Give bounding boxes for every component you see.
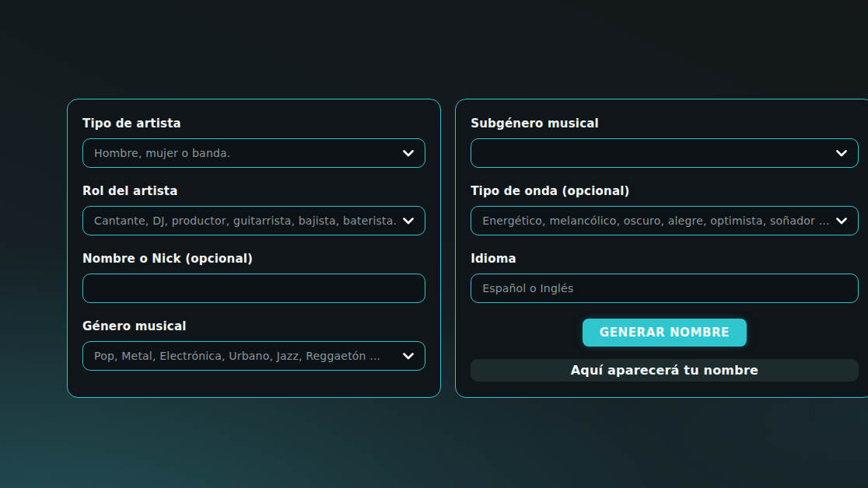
chevron-down-icon	[403, 150, 414, 157]
chevron-down-icon	[403, 218, 414, 225]
result-box: Aquí aparecerá tu nombre	[471, 359, 859, 382]
subgenre-select[interactable]	[471, 138, 859, 168]
music-genre-select-placeholder: Pop, Metal, Electrónica, Urbano, Jazz, R…	[94, 350, 397, 362]
artist-role-select[interactable]: Cantante, DJ, productor, guitarrista, ba…	[82, 206, 425, 235]
generate-button-row: GENERAR NOMBRE	[471, 319, 859, 347]
artist-type-select-placeholder: Hombre, mujer o banda.	[94, 147, 397, 159]
artist-type-field: Tipo de artista Hombre, mujer o banda.	[82, 117, 425, 168]
language-field: Idioma	[471, 252, 859, 303]
name-nick-input[interactable]	[82, 274, 425, 303]
music-genre-select[interactable]: Pop, Metal, Electrónica, Urbano, Jazz, R…	[82, 341, 425, 371]
artist-type-select[interactable]: Hombre, mujer o banda.	[82, 138, 425, 168]
language-label: Idioma	[471, 252, 859, 266]
vibe-select[interactable]: Energético, melancólico, oscuro, alegre,…	[471, 206, 859, 235]
chevron-down-icon	[836, 218, 847, 225]
music-genre-field: Género musical Pop, Metal, Electrónica, …	[82, 319, 425, 371]
vibe-select-placeholder: Energético, melancólico, oscuro, alegre,…	[482, 214, 830, 227]
artist-role-field: Rol del artista Cantante, DJ, productor,…	[82, 184, 425, 235]
artist-type-label: Tipo de artista	[82, 117, 425, 131]
generate-name-button[interactable]: GENERAR NOMBRE	[583, 319, 747, 347]
subgenre-label: Subgénero musical	[471, 117, 859, 131]
subgenre-field: Subgénero musical	[471, 117, 859, 168]
name-nick-label: Nombre o Nick (opcional)	[82, 252, 425, 266]
chevron-down-icon	[403, 353, 414, 360]
style-and-result-panel: Subgénero musical Tipo de onda (opcional…	[455, 99, 868, 398]
vibe-field: Tipo de onda (opcional) Energético, mela…	[471, 184, 859, 235]
music-genre-label: Género musical	[82, 319, 425, 333]
language-input[interactable]	[471, 274, 859, 303]
artist-details-panel: Tipo de artista Hombre, mujer o banda. R…	[67, 99, 441, 398]
artist-role-select-placeholder: Cantante, DJ, productor, guitarrista, ba…	[94, 214, 397, 227]
artist-role-label: Rol del artista	[82, 184, 425, 198]
generator-form: Tipo de artista Hombre, mujer o banda. R…	[67, 99, 803, 398]
result-placeholder-text: Aquí aparecerá tu nombre	[571, 363, 758, 378]
chevron-down-icon	[836, 150, 847, 157]
name-nick-field: Nombre o Nick (opcional)	[82, 252, 425, 303]
vibe-label: Tipo de onda (opcional)	[471, 184, 859, 198]
